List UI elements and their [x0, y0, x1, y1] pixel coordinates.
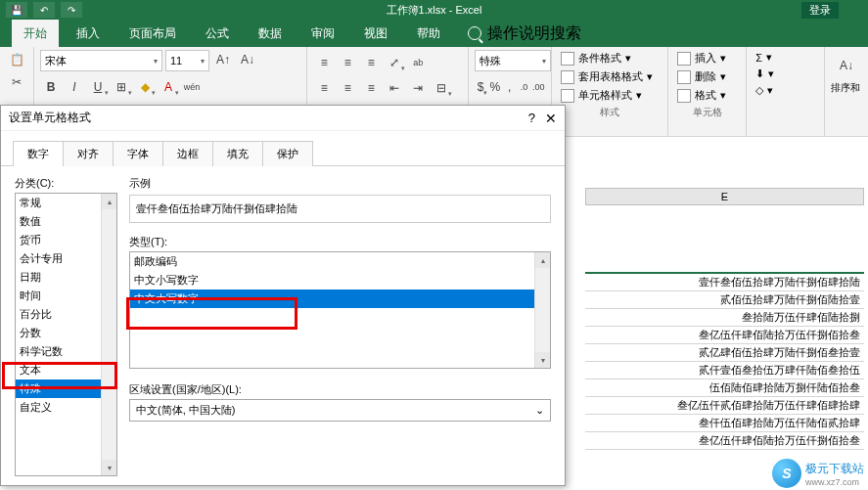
clear-button[interactable]: ◇ ▾: [753, 83, 818, 98]
type-postal[interactable]: 邮政编码: [130, 252, 550, 271]
delete-cells-button[interactable]: 删除 ▾: [674, 68, 740, 85]
scroll-up-icon[interactable]: ▴: [102, 194, 116, 209]
tell-me-search[interactable]: 操作说明搜索: [468, 23, 581, 44]
cell[interactable]: 贰佰伍拾肆万陆仟捌佰陆拾壹: [585, 291, 864, 309]
underline-button[interactable]: U: [87, 77, 109, 97]
cell[interactable]: 叁亿伍仟肆佰陆拾万伍仟捌佰拾叁: [585, 327, 864, 344]
cell[interactable]: 壹仟叁佰伍拾肆万陆仟捌佰肆拾陆: [585, 272, 864, 291]
scroll-down-icon[interactable]: ▾: [535, 352, 550, 368]
wrap-text-icon[interactable]: ab: [407, 53, 429, 72]
type-list[interactable]: 邮政编码 中文小写数字 中文大写数字 ▴ ▾: [129, 251, 551, 369]
dialog-tab-align[interactable]: 对齐: [63, 141, 114, 166]
fill-color-button[interactable]: ◆: [134, 77, 156, 97]
autosum-button[interactable]: Σ ▾: [753, 50, 818, 65]
decrease-decimal-icon[interactable]: .00: [532, 77, 545, 97]
eraser-icon: ◇: [755, 84, 763, 97]
align-left-icon[interactable]: ≡: [313, 78, 335, 98]
decrease-font-icon[interactable]: A↓: [237, 50, 258, 69]
fill-button[interactable]: ⬇ ▾: [753, 67, 818, 81]
tab-formula[interactable]: 公式: [194, 20, 241, 48]
lightbulb-icon: [468, 26, 481, 40]
paste-button[interactable]: 📋: [6, 50, 27, 69]
type-chinese-lower[interactable]: 中文小写数字: [130, 271, 550, 290]
number-format-combo[interactable]: 特殊▾: [475, 50, 551, 71]
cell[interactable]: 叁亿伍仟贰佰肆拾陆万伍仟肆佰肆拾肆: [585, 397, 864, 415]
comma-icon[interactable]: ,: [503, 77, 516, 97]
dialog-help-button[interactable]: ?: [528, 111, 535, 126]
orientation-icon[interactable]: ⤢: [384, 53, 405, 72]
cell-style-button[interactable]: 单元格样式 ▾: [558, 87, 662, 104]
tab-review[interactable]: 审阅: [299, 20, 346, 48]
scroll-up-icon[interactable]: ▴: [535, 252, 550, 268]
decrease-indent-icon[interactable]: ⇤: [384, 78, 405, 98]
tab-layout[interactable]: 页面布局: [117, 20, 188, 48]
column-header-e[interactable]: E: [585, 188, 864, 205]
insert-cells-button[interactable]: 插入 ▾: [674, 50, 740, 67]
dialog-tab-number[interactable]: 数字: [13, 141, 64, 166]
format-cells-dialog: 设置单元格格式 ? ✕ 数字 对齐 字体 边框 填充 保护 分类(C): 常规 …: [0, 105, 566, 486]
worksheet[interactable]: E 壹仟叁佰伍拾肆万陆仟捌佰肆拾陆 贰佰伍拾肆万陆仟捌佰陆拾壹 叁拾陆万伍仟肆佰…: [566, 137, 868, 490]
dialog-tab-fill[interactable]: 填充: [212, 141, 263, 166]
border-button[interactable]: ⊞: [111, 77, 132, 97]
example-value: 壹仟叁佰伍拾肆万陆仟捌佰肆拾陆: [129, 195, 551, 223]
category-list[interactable]: 常规 数值 货币 会计专用 日期 时间 百分比 分数 科学记数 文本 特殊 自定…: [15, 193, 117, 476]
tab-data[interactable]: 数据: [247, 20, 294, 48]
table-format-button[interactable]: 套用表格格式 ▾: [558, 68, 662, 85]
align-bottom-icon[interactable]: ≡: [360, 53, 382, 72]
increase-indent-icon[interactable]: ⇥: [407, 78, 429, 98]
type-chinese-upper[interactable]: 中文大写数字: [130, 290, 550, 308]
dialog-tab-font[interactable]: 字体: [113, 141, 163, 166]
redo-icon[interactable]: ↷: [61, 2, 82, 18]
styles-group-label: 样式: [558, 104, 662, 119]
app-title: 工作簿1.xlsx - Excel: [387, 3, 482, 18]
align-top-icon[interactable]: ≡: [313, 53, 335, 72]
watermark-url: www.xz7.com: [805, 477, 864, 487]
cell[interactable]: 叁拾陆万伍仟肆佰陆拾捌: [585, 309, 864, 327]
category-scrollbar[interactable]: ▴ ▾: [101, 194, 116, 475]
cells-group-label: 单元格: [674, 104, 740, 119]
italic-button[interactable]: I: [64, 77, 85, 97]
tab-insert[interactable]: 插入: [65, 20, 112, 48]
insert-icon: [677, 52, 691, 66]
increase-font-icon[interactable]: A↑: [212, 50, 234, 69]
login-button[interactable]: 登录: [801, 2, 839, 19]
conditional-format-button[interactable]: 条件格式 ▾: [558, 50, 662, 67]
scroll-down-icon[interactable]: ▾: [102, 460, 116, 475]
merge-icon[interactable]: ⊟: [431, 78, 452, 98]
font-size-combo[interactable]: 11▾: [165, 50, 209, 71]
cell[interactable]: 叁亿伍仟肆佰陆拾万伍仟捌佰拾叁: [585, 432, 864, 450]
cell[interactable]: 叁仟伍佰肆拾陆万伍仟陆佰贰拾肆: [585, 415, 864, 432]
undo-icon[interactable]: ↶: [33, 2, 55, 18]
table-format-icon: [561, 70, 574, 84]
align-right-icon[interactable]: ≡: [360, 78, 382, 98]
chevron-down-icon: ⌄: [535, 404, 544, 417]
currency-icon[interactable]: $: [475, 77, 487, 97]
format-cells-button[interactable]: 格式 ▾: [674, 87, 740, 104]
cell-style-icon: [561, 89, 574, 103]
phonetic-button[interactable]: wén: [181, 77, 203, 97]
increase-decimal-icon[interactable]: .0: [518, 77, 530, 97]
format-icon: [677, 89, 691, 103]
percent-icon[interactable]: %: [489, 77, 502, 97]
cell[interactable]: 伍佰陆佰肆拾陆万捌仟陆佰拾叁: [585, 379, 864, 397]
tab-home[interactable]: 开始: [12, 20, 59, 48]
dialog-tab-protect[interactable]: 保护: [262, 141, 313, 166]
bold-button[interactable]: B: [40, 77, 62, 97]
tab-help[interactable]: 帮助: [405, 20, 452, 48]
tab-view[interactable]: 视图: [352, 20, 399, 48]
align-center-icon[interactable]: ≡: [337, 78, 358, 98]
dialog-close-button[interactable]: ✕: [545, 111, 557, 126]
type-scrollbar[interactable]: ▴ ▾: [534, 252, 550, 368]
category-label: 分类(C):: [15, 176, 117, 191]
cell[interactable]: 贰仟壹佰叁拾伍万肆仟陆佰叁拾伍: [585, 362, 864, 379]
cut-icon[interactable]: ✂: [6, 72, 27, 92]
region-combo[interactable]: 中文(简体, 中国大陆) ⌄: [129, 399, 551, 422]
align-middle-icon[interactable]: ≡: [337, 53, 358, 72]
delete-icon: [677, 70, 691, 84]
cell[interactable]: 贰亿肆佰伍拾肆万陆仟捌佰叁拾壹: [585, 344, 864, 362]
dialog-tab-border[interactable]: 边框: [162, 141, 213, 166]
sort-filter-button[interactable]: A↓: [831, 50, 862, 81]
font-name-combo[interactable]: 宋体▾: [40, 50, 162, 71]
save-icon[interactable]: 💾: [6, 2, 27, 18]
font-color-button[interactable]: A: [158, 77, 179, 97]
